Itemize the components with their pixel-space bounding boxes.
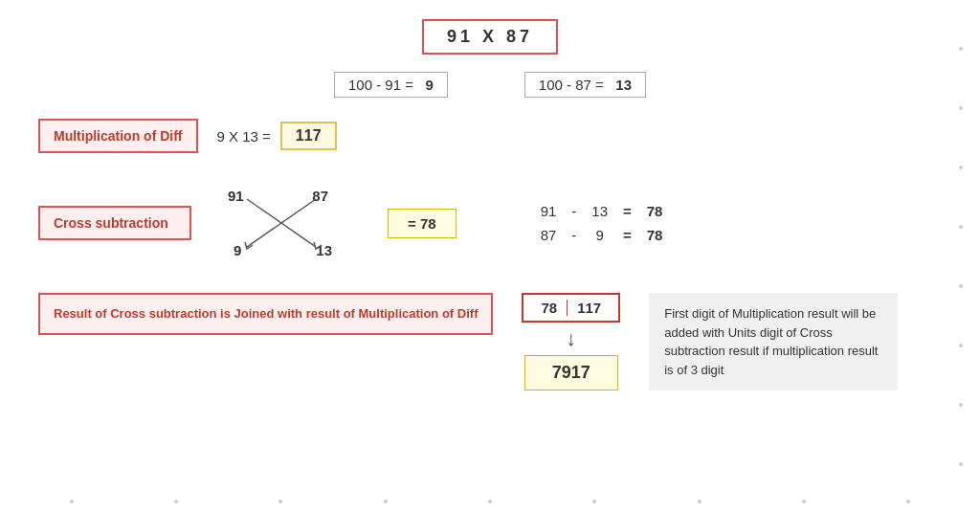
ct-r1-c3: 13 <box>584 199 615 223</box>
ct-r1-c4: = <box>615 199 639 223</box>
ct-r2-c2: - <box>564 223 584 247</box>
right-sub-result: 13 <box>615 77 632 93</box>
subtraction-row: 100 - 91 = 9 100 - 87 = 13 <box>38 72 942 98</box>
left-subtraction: 100 - 91 = 9 <box>334 72 448 98</box>
multiplication-result-box: 117 <box>280 122 337 150</box>
ct-r1-c1: 91 <box>533 199 565 223</box>
join-left: 78 <box>541 300 557 316</box>
result-row: Result of Cross subtraction is Joined wi… <box>38 293 942 390</box>
final-result-box: 7917 <box>524 355 618 390</box>
ct-r2-c3: 9 <box>584 223 615 247</box>
multiplication-row: Multiplication of Diff 9 X 13 = 117 <box>38 119 942 153</box>
right-subtraction: 100 - 87 = 13 <box>524 72 646 98</box>
right-dots-decoration <box>959 0 963 513</box>
result-join-box: 78 117 <box>522 293 620 323</box>
dot-2 <box>959 106 963 110</box>
bottom-dots-decoration <box>0 500 980 503</box>
result-label: Result of Cross subtraction is Joined wi… <box>38 293 493 335</box>
left-sub-box: 100 - 91 = 9 <box>334 72 448 98</box>
note-box: First digit of Multiplication result wil… <box>649 293 898 390</box>
cross-equals-box: = 78 <box>388 209 457 238</box>
dot-3 <box>959 166 963 169</box>
cross-label: Cross subtraction <box>38 206 191 240</box>
dot-4 <box>959 225 963 229</box>
dot-7 <box>959 403 963 407</box>
bdot-5 <box>488 500 492 503</box>
top-expression-box: 91 X 87 <box>422 19 558 55</box>
cross-lines-svg <box>211 180 349 266</box>
cross-diagram: 91 87 9 13 <box>211 180 349 266</box>
bdot-2 <box>174 500 178 503</box>
mult-expr-text: 9 X 13 = <box>217 128 271 145</box>
cross-table-row1: 91 - 13 = 78 <box>533 199 671 223</box>
right-sub-expr: 100 - 87 = <box>539 77 604 93</box>
arrow-down-icon: ↓ <box>566 328 576 349</box>
bdot-8 <box>802 500 806 503</box>
dot-8 <box>959 462 963 466</box>
left-sub-result: 9 <box>425 77 433 93</box>
result-diagram: 78 117 ↓ 7917 <box>522 293 620 390</box>
ct-r1-c5: 78 <box>639 199 671 223</box>
bdot-6 <box>592 500 596 503</box>
dot-5 <box>959 284 963 288</box>
bdot-7 <box>698 500 702 503</box>
cross-table: 91 - 13 = 78 87 - 9 = 78 <box>533 199 671 247</box>
ct-r2-c4: = <box>615 223 639 247</box>
ct-r1-c2: - <box>564 199 584 223</box>
top-expression-section: 91 X 87 <box>38 19 942 55</box>
join-divider <box>567 300 568 316</box>
ct-r2-c1: 87 <box>533 223 565 247</box>
multiplication-expr: 9 X 13 = 117 <box>217 122 337 150</box>
ct-r2-c5: 78 <box>639 223 671 247</box>
dot-6 <box>959 344 963 347</box>
cross-subtraction-row: Cross subtraction 91 87 9 13 = 78 91 - 1… <box>38 180 942 266</box>
join-right: 117 <box>577 300 601 316</box>
bdot-3 <box>278 500 282 503</box>
cross-table-row2: 87 - 9 = 78 <box>533 223 671 247</box>
multiplication-label: Multiplication of Diff <box>38 119 198 153</box>
bdot-4 <box>384 500 388 503</box>
dot-1 <box>959 47 963 51</box>
right-sub-box: 100 - 87 = 13 <box>524 72 646 98</box>
left-sub-expr: 100 - 91 = <box>348 77 413 93</box>
bdot-1 <box>70 500 74 503</box>
bdot-9 <box>906 500 910 503</box>
